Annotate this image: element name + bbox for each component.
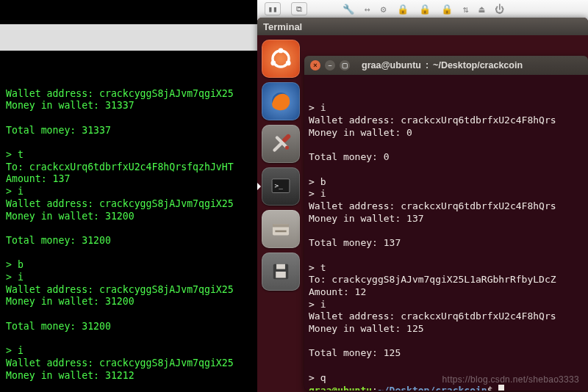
launcher-dash-icon[interactable]	[262, 40, 300, 78]
resize-icon[interactable]: ↔	[365, 4, 370, 15]
ubuntu-titlebar[interactable]: Terminal	[257, 18, 588, 35]
mac-menubar: ▮▮ ⧉ 🔧 ↔ ⚙ 🔒 🔒 🔒 ⇅ ⏏ ⏻	[257, 0, 588, 18]
left-terminal-titlebar[interactable]	[0, 24, 257, 51]
left-terminal-window[interactable]: Wallet address: crackcyggS8jAJvm7qgiX25 …	[0, 0, 257, 392]
svg-rect-10	[275, 231, 286, 233]
terminal-title-user: graa@ubuntu	[362, 60, 421, 70]
svg-rect-13	[276, 272, 286, 278]
wrench-icon[interactable]: 🔧	[343, 4, 354, 15]
lock-icon[interactable]: 🔒	[397, 4, 409, 15]
ubuntu-terminal-output: > i Wallet address: crackcxUrq6tdbrfxU2c…	[309, 102, 584, 384]
ubuntu-launcher: >_	[259, 35, 303, 295]
network-icon[interactable]: ⇅	[463, 4, 469, 15]
minimize-button[interactable]: –	[325, 60, 335, 70]
ubuntu-terminal-body[interactable]: > i Wallet address: crackcxUrq6tdbrfxU2c…	[304, 75, 588, 391]
eject-icon[interactable]: ⏏	[478, 4, 484, 15]
launcher-files-icon[interactable]	[262, 210, 300, 248]
svg-rect-9	[273, 224, 289, 227]
maximize-button[interactable]: ▢	[340, 60, 350, 70]
ubuntu-window-title: Terminal	[263, 21, 302, 32]
hdd-icon[interactable]: ⚙	[381, 4, 387, 15]
ubuntu-terminal-window[interactable]: × – ▢ graa@ubuntu: ~/Desktop/crackcoin >…	[304, 56, 588, 391]
svg-point-1	[279, 48, 284, 54]
watermark-text: https://blog.csdn.net/shebao3333	[442, 374, 579, 385]
lock-icon[interactable]: 🔒	[419, 4, 431, 15]
vm-view-button[interactable]: ⧉	[291, 2, 307, 15]
svg-point-2	[270, 61, 276, 66]
left-terminal-output: Wallet address: crackcyggS8jAJvm7qgiX25 …	[6, 76, 254, 392]
vm-pause-button[interactable]: ▮▮	[265, 2, 281, 15]
launcher-settings-icon[interactable]	[262, 125, 300, 163]
launcher-firefox-icon[interactable]	[262, 82, 300, 120]
power-icon[interactable]: ⏻	[495, 4, 504, 15]
lock-icon[interactable]: 🔒	[441, 4, 453, 15]
launcher-terminal-icon[interactable]: >_	[262, 167, 300, 206]
svg-rect-12	[276, 264, 285, 269]
terminal-title-path: ~/Desktop/crackcoin	[433, 60, 523, 70]
prompt-dollar: $	[487, 385, 493, 391]
prompt-colon: :	[372, 385, 378, 391]
prompt-user: graa@ubuntu	[309, 385, 372, 391]
svg-point-5	[285, 146, 289, 150]
svg-text:>_: >_	[275, 181, 284, 189]
prompt-path: ~/Desktop/crackcoin	[378, 385, 487, 391]
close-button[interactable]: ×	[310, 60, 320, 70]
svg-point-3	[286, 61, 291, 66]
cursor-icon	[498, 385, 504, 391]
terminal-title-sep: :	[426, 60, 429, 70]
ubuntu-terminal-titlebar[interactable]: × – ▢ graa@ubuntu: ~/Desktop/crackcoin	[304, 56, 588, 75]
launcher-save-icon[interactable]	[262, 253, 300, 291]
